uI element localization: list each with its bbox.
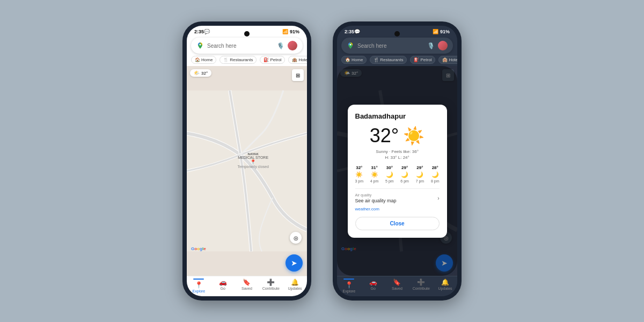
cat-hotels-right[interactable]: 🏨 Hotels	[438, 56, 457, 64]
avatar-right[interactable]	[438, 41, 448, 50]
camera-dot-right	[394, 31, 400, 36]
hour-icon-5: 🌙	[431, 171, 439, 178]
place-status: Temporarily closed	[237, 165, 268, 169]
hour-time-0: 3 pm	[355, 179, 364, 183]
time-right: 2:35	[345, 29, 354, 34]
hour-temp-5: 28°	[432, 165, 438, 170]
place-subtitle: MEDICAL STORE	[237, 156, 268, 159]
hour-time-1: 4 pm	[370, 179, 379, 183]
popup-temp-row: 32° ☀️	[355, 125, 440, 147]
hour-item-5: 28° 🌙 8 pm	[431, 165, 440, 183]
weather-popup: Badamadhapur 32° ☀️ Sunny · Feels like: …	[348, 105, 447, 238]
hour-temp-3: 29°	[401, 165, 408, 170]
hour-icon-1: ☀️	[371, 171, 378, 178]
close-button[interactable]: Close	[355, 217, 440, 230]
svg-point-0	[200, 44, 201, 46]
category-tabs-left: 🏠 Home 🍴 Restaurants ⛽ Petrol 🏨 Hotels	[187, 56, 307, 66]
popup-overlay: Badamadhapur 32° ☀️ Sunny · Feels like: …	[337, 66, 457, 276]
cat-petrol-left[interactable]: ⛽ Petrol	[260, 56, 285, 64]
google-logo-left: Google	[191, 246, 206, 251]
nav-explore-left[interactable]: 📍 Explore	[187, 279, 211, 293]
popup-description: Sunny · Feels like: 36°	[355, 149, 440, 154]
fab-left[interactable]: ➤	[286, 254, 303, 272]
map-svg-left	[187, 66, 307, 276]
cat-restaurants-right[interactable]: 🍴 Restaurants	[370, 56, 407, 64]
cat-restaurants-left[interactable]: 🍴 Restaurants	[219, 56, 257, 64]
nav-updates-left[interactable]: 🔔 Updates	[283, 279, 307, 293]
whatsapp-icon-left: 💬	[204, 29, 210, 34]
popup-high-low: H: 33° L: 24°	[355, 155, 440, 160]
popup-location: Badamadhapur	[355, 112, 440, 120]
hour-time-5: 8 pm	[431, 179, 440, 183]
hour-time-3: 6 pm	[400, 179, 409, 183]
signal-right: 📶 91%	[433, 29, 450, 34]
search-bar-right[interactable]: Search here 🎙️	[341, 38, 453, 54]
weather-source[interactable]: weather.com	[355, 207, 440, 211]
bottom-nav-left: 📍 Explore 🚗 Go 🔖 Saved ➕ Contribute 🔔 Up…	[187, 276, 307, 296]
search-placeholder-left: Search here	[207, 43, 274, 49]
maps-logo-right	[347, 42, 354, 49]
nav-go-left[interactable]: 🚗 Go	[211, 279, 235, 293]
avatar-left[interactable]	[288, 41, 297, 50]
popup-sun-icon: ☀️	[403, 126, 425, 146]
nav-saved-right[interactable]: 🔖 Saved	[385, 279, 409, 293]
mic-icon-right[interactable]: 🎙️	[427, 42, 435, 49]
hour-item-1: 31° ☀️ 4 pm	[370, 165, 379, 183]
nav-saved-left[interactable]: 🔖 Saved	[235, 279, 259, 293]
nav-go-right[interactable]: 🚗 Go	[361, 279, 385, 293]
popup-temperature: 32°	[370, 125, 399, 147]
hour-temp-1: 31°	[371, 165, 378, 170]
hour-icon-2: 🌙	[386, 171, 393, 178]
hour-item-4: 29° 🌙 7 pm	[416, 165, 425, 183]
hour-time-4: 7 pm	[416, 179, 425, 183]
left-phone: 2:35 💬 📶 91% Search here 🎙️ 🏠 Home	[182, 21, 311, 301]
time-left: 2:35	[194, 29, 204, 34]
air-quality-row[interactable]: Air quality See air quality map ›	[355, 188, 440, 203]
cat-petrol-right[interactable]: ⛽ Petrol	[410, 56, 435, 64]
hour-item-3: 29° 🌙 6 pm	[400, 165, 409, 183]
hour-icon-3: 🌙	[401, 171, 408, 178]
cat-home-left[interactable]: 🏠 Home	[191, 56, 216, 64]
map-left[interactable]: 🌤️ 32° ⊞ NAYAK MEDICAL STORE 📍 Temporari…	[187, 66, 307, 276]
hour-temp-2: 30°	[386, 165, 393, 170]
air-quality-link[interactable]: See air quality map	[355, 198, 397, 203]
cat-home-right[interactable]: 🏠 Home	[341, 56, 367, 64]
hour-item-0: 32° ☀️ 3 pm	[355, 165, 364, 183]
category-tabs-right: 🏠 Home 🍴 Restaurants ⛽ Petrol 🏨 Hotels	[337, 56, 457, 66]
right-phone: 2:35 💬 📶 91% Search here 🎙️ 🏠 Home	[333, 21, 462, 301]
nav-contribute-right[interactable]: ➕ Contribute	[409, 279, 433, 293]
search-placeholder-right: Search here	[357, 43, 424, 49]
right-phone-screen: 2:35 💬 📶 91% Search here 🎙️ 🏠 Home	[337, 26, 457, 296]
hour-icon-0: ☀️	[355, 171, 363, 178]
camera-dot	[244, 31, 250, 36]
map-right: 🌤️ 32° ⊞ ◎ ➤ Google Badamadhapur 32° ☀️ …	[337, 66, 457, 276]
hour-temp-4: 29°	[416, 165, 423, 170]
whatsapp-icon-right: 💬	[354, 29, 360, 34]
signal-left: 📶 91%	[282, 29, 299, 34]
svg-point-2	[350, 44, 352, 46]
hour-temp-0: 32°	[356, 165, 362, 170]
air-chevron-icon[interactable]: ›	[437, 195, 439, 201]
mic-icon-left[interactable]: 🎙️	[277, 42, 284, 49]
place-label-left: NAYAK MEDICAL STORE 📍 Temporarily closed	[237, 152, 268, 169]
bottom-nav-right: 📍 Explore 🚗 Go 🔖 Saved ➕ Contribute 🔔 Up…	[337, 276, 457, 296]
temp-left: 32°	[201, 71, 208, 76]
svg-rect-1	[187, 91, 307, 252]
maps-logo-left	[196, 42, 204, 49]
nav-contribute-left[interactable]: ➕ Contribute	[259, 279, 283, 293]
hourly-forecast: 32° ☀️ 3 pm 31° ☀️ 4 pm 30° 🌙 5 pm	[355, 165, 440, 183]
layers-button-left[interactable]: ⊞	[292, 69, 304, 81]
hour-item-2: 30° 🌙 5 pm	[385, 165, 394, 183]
search-bar-left[interactable]: Search here 🎙️	[191, 38, 303, 54]
cat-hotels-left[interactable]: 🏨 Hotels	[288, 56, 307, 64]
hour-time-2: 5 pm	[385, 179, 394, 183]
air-quality-label: Air quality	[355, 193, 397, 197]
location-marker-left[interactable]: ◎	[290, 232, 302, 244]
nav-explore-right[interactable]: 📍 Explore	[337, 279, 361, 293]
weather-badge-left[interactable]: 🌤️ 32°	[190, 69, 211, 77]
hour-icon-4: 🌙	[416, 171, 423, 178]
air-quality-info: Air quality See air quality map	[355, 193, 397, 203]
left-phone-screen: 2:35 💬 📶 91% Search here 🎙️ 🏠 Home	[187, 26, 307, 296]
sun-icon-left: 🌤️	[194, 70, 200, 76]
nav-updates-right[interactable]: 🔔 Updates	[433, 279, 457, 293]
